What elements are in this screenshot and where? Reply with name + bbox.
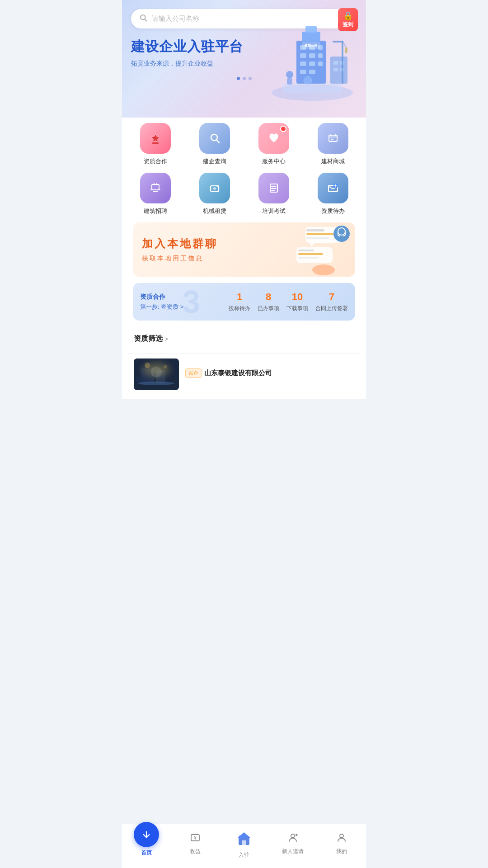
svg-rect-15 [309, 70, 315, 74]
svg-point-38 [213, 187, 216, 190]
svg-point-29 [286, 71, 293, 78]
grid-label-3: 建材商城 [321, 157, 345, 165]
svg-rect-14 [300, 70, 306, 74]
grid-item-5[interactable]: 机械租赁 [186, 173, 243, 215]
svg-rect-23 [333, 68, 338, 71]
filter-title: 资质筛选 [134, 334, 163, 344]
filter-header[interactable]: 资质筛选 > [134, 334, 354, 344]
svg-rect-53 [298, 250, 314, 251]
grid-item-4[interactable]: 建筑招聘 [127, 173, 184, 215]
grid-icon-1 [199, 123, 230, 154]
svg-point-31 [304, 76, 312, 85]
svg-point-63 [138, 382, 174, 385]
svg-rect-3 [283, 84, 342, 93]
svg-rect-36 [152, 184, 159, 190]
hero-dot-2[interactable] [243, 77, 246, 80]
stats-item-0: 1 投标待办 [229, 291, 250, 312]
svg-rect-54 [298, 253, 323, 255]
stats-num-3: 7 [329, 291, 334, 303]
grid-label-5: 机械租赁 [203, 207, 226, 215]
svg-line-27 [343, 42, 346, 47]
svg-line-1 [145, 19, 146, 21]
join-banner[interactable]: 加入本地群聊 获取本地用工信息 [133, 222, 355, 277]
grid-label-4: 建筑招聘 [144, 207, 167, 215]
grid-label-6: 培训考试 [262, 207, 286, 215]
hero-banner: 请输入公司名称 🔒 签到 建设企业入驻平台 拓宽业务来源，提升企业收益 [122, 0, 366, 118]
company-tags: 民企 山东泰银建设有限公司 [185, 368, 354, 378]
grid-section: 资质合作 建企查询 服务中心 [122, 112, 366, 399]
stats-label-1: 已办事项 [258, 305, 279, 312]
grid-item-0[interactable]: 资质合作 [127, 123, 184, 165]
hero-dot-3[interactable] [249, 77, 252, 80]
svg-rect-13 [318, 61, 323, 66]
grid-item-1[interactable]: 建企查询 [186, 123, 243, 165]
svg-rect-21 [333, 61, 338, 65]
company-info: 民企 山东泰银建设有限公司 [185, 368, 354, 381]
svg-rect-49 [306, 233, 333, 235]
grid-item-6[interactable]: 培训考试 [245, 173, 302, 215]
stats-num-0: 1 [237, 291, 242, 303]
svg-rect-9 [309, 53, 315, 58]
svg-text:建筑公司: 建筑公司 [304, 43, 317, 47]
grid-icon-4 [140, 173, 171, 203]
stats-item-3: 7 合同上传签署 [315, 291, 348, 312]
search-placeholder: 请输入公司名称 [152, 14, 199, 23]
svg-rect-32 [152, 142, 159, 144]
stats-item-1: 8 已办事项 [258, 291, 279, 312]
grid-label-2: 服务中心 [262, 157, 286, 165]
stats-section: 资质合作 第一步: 查资质 > 3 1 投标待办 8 已办事项 10 下载事项 [133, 283, 355, 321]
stats-item-2: 10 下载事项 [286, 291, 308, 312]
svg-point-56 [312, 264, 335, 275]
svg-rect-50 [306, 237, 329, 239]
svg-rect-39 [270, 184, 277, 192]
grid-icon-0 [140, 123, 171, 154]
svg-rect-18 [302, 32, 320, 42]
search-icon [139, 14, 147, 24]
svg-line-34 [216, 140, 219, 143]
grid-icon-2 [258, 123, 289, 154]
icon-grid: 资质合作 建企查询 服务中心 [127, 123, 361, 215]
badge-dot-2 [280, 126, 286, 132]
stats-left: 资质合作 第一步: 查资质 > [140, 293, 185, 311]
stats-bg-number: 3 [183, 286, 200, 318]
filter-section: 资质筛选 > [127, 327, 361, 354]
svg-rect-28 [345, 47, 347, 53]
grid-item-7[interactable]: 资质待办 [304, 173, 361, 215]
grid-icon-7 [318, 173, 348, 203]
svg-rect-20 [330, 57, 347, 84]
grid-item-3[interactable]: 建材商城 [304, 123, 361, 165]
hero-dot-1[interactable] [237, 77, 240, 80]
stats-label-2: 下载事项 [286, 305, 308, 312]
stats-label-3: 合同上传签署 [315, 305, 348, 312]
company-type-tag: 民企 [185, 368, 202, 378]
grid-label-7: 资质待办 [321, 207, 345, 215]
svg-rect-8 [300, 53, 306, 58]
grid-icon-5 [199, 173, 230, 203]
svg-rect-19 [305, 26, 317, 33]
stats-label-0: 投标待办 [229, 305, 250, 312]
svg-rect-48 [306, 229, 324, 231]
svg-rect-25 [342, 41, 343, 84]
company-card[interactable]: 民企 山东泰银建设有限公司 [127, 354, 361, 395]
company-name: 山东泰银建设有限公司 [204, 369, 272, 377]
svg-rect-11 [300, 61, 306, 66]
svg-rect-30 [287, 78, 292, 85]
svg-rect-55 [298, 257, 319, 259]
grid-label-1: 建企查询 [203, 157, 226, 165]
stats-numbers: 1 投标待办 8 已办事项 10 下载事项 7 合同上传签署 [229, 291, 348, 312]
hero-illustration: 建筑公司 [265, 14, 360, 104]
stats-section-label: 资质合作 [140, 293, 185, 301]
svg-rect-12 [309, 61, 315, 66]
filter-arrow: > [164, 335, 168, 343]
grid-icon-6 [258, 173, 289, 203]
stats-section-link[interactable]: 第一步: 查资质 > [140, 303, 185, 311]
grid-icon-3 [318, 123, 348, 154]
grid-item-2[interactable]: 服务中心 [245, 123, 302, 165]
stats-num-2: 10 [292, 291, 303, 303]
stats-num-1: 8 [266, 291, 271, 303]
company-thumbnail [134, 359, 179, 390]
join-illustration [278, 222, 351, 277]
svg-rect-35 [329, 135, 337, 142]
svg-rect-10 [318, 53, 323, 58]
svg-rect-26 [333, 41, 343, 42]
